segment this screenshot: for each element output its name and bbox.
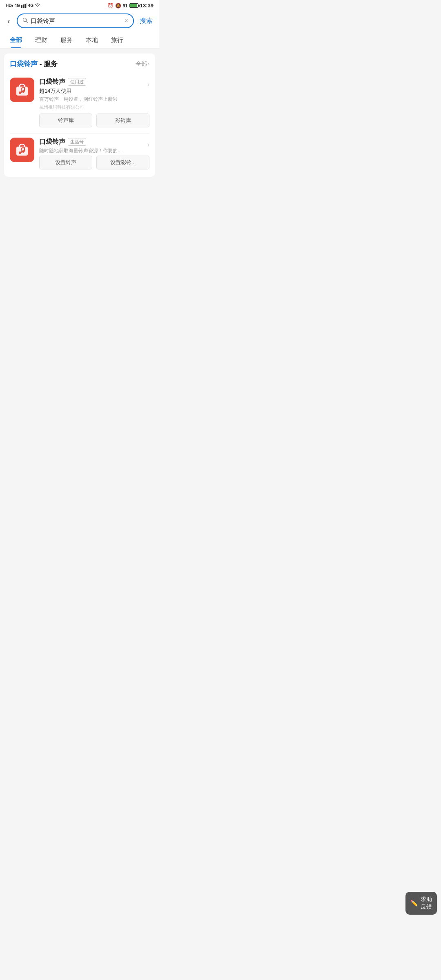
tab-local[interactable]: 本地 bbox=[79, 31, 105, 48]
svg-rect-2 bbox=[24, 4, 26, 8]
section-title-rest: - 服务 bbox=[38, 60, 58, 68]
svg-point-4 bbox=[23, 18, 26, 21]
status-bar: HD₂ 4G 4G ⏰ 🔕 91 13:39 bbox=[0, 0, 159, 10]
section-all-button[interactable]: 全部 › bbox=[136, 60, 149, 68]
main-content: 口袋铃声 - 服务 全部 › bbox=[0, 49, 159, 187]
app-item-1: 口袋铃声 使用过 超14万人使用 百万铃声一键设置，网红铃声上新啦 杭州祖玛科技… bbox=[10, 74, 149, 134]
app-name-2: 口袋铃声 bbox=[39, 138, 65, 146]
signal-4g-2: 4G bbox=[28, 3, 33, 8]
app-name-1: 口袋铃声 bbox=[39, 78, 65, 86]
svg-line-5 bbox=[26, 21, 28, 23]
tab-finance[interactable]: 理财 bbox=[29, 31, 54, 48]
svg-rect-3 bbox=[26, 3, 27, 8]
tab-all[interactable]: 全部 bbox=[3, 31, 29, 48]
all-label: 全部 bbox=[136, 60, 147, 68]
search-button[interactable]: 搜索 bbox=[138, 17, 154, 25]
signal-bars bbox=[21, 3, 27, 9]
svg-rect-0 bbox=[21, 5, 22, 8]
battery-level: 91 bbox=[123, 3, 128, 8]
app-icon-2[interactable] bbox=[10, 138, 34, 162]
app-desc-1: 百万铃声一键设置，网红铃声上新啦 bbox=[39, 96, 149, 103]
wifi-icon bbox=[35, 3, 40, 8]
section-header: 口袋铃声 - 服务 全部 › bbox=[10, 59, 149, 69]
action-btn-color-ring-1[interactable]: 彩铃库 bbox=[96, 114, 149, 127]
action-btn-ringtone-1[interactable]: 铃声库 bbox=[39, 114, 92, 127]
alarm-icon: ⏰ bbox=[107, 3, 114, 9]
app-badge-2: 生活号 bbox=[68, 138, 86, 146]
app-info-1: 口袋铃声 使用过 超14万人使用 百万铃声一键设置，网红铃声上新啦 杭州祖玛科技… bbox=[39, 78, 149, 127]
app-name-row-1: 口袋铃声 使用过 bbox=[39, 78, 149, 86]
clear-button[interactable]: × bbox=[125, 17, 128, 24]
signal-4g-1: 4G bbox=[14, 3, 20, 8]
app-actions-2: 设置铃声 设置彩铃... bbox=[39, 156, 149, 169]
chevron-right-icon: › bbox=[148, 61, 149, 67]
app-icon-1[interactable] bbox=[10, 78, 34, 102]
item-chevron-2: › bbox=[147, 141, 149, 148]
status-left-icons: HD₂ 4G 4G bbox=[6, 3, 40, 9]
search-input[interactable] bbox=[31, 18, 122, 24]
section-card: 口袋铃声 - 服务 全部 › bbox=[4, 53, 155, 177]
back-button[interactable]: ‹ bbox=[5, 15, 13, 27]
mute-icon: 🔕 bbox=[115, 3, 121, 9]
search-icon bbox=[22, 18, 28, 24]
tabs-row: 全部 理财 服务 本地 旅行 bbox=[0, 31, 159, 49]
hd-icon: HD₂ bbox=[6, 3, 13, 8]
tab-service[interactable]: 服务 bbox=[54, 31, 79, 48]
section-title-blue: 口袋铃声 bbox=[10, 60, 38, 68]
top-nav: ‹ × 搜索 bbox=[0, 10, 159, 31]
svg-rect-1 bbox=[23, 4, 24, 8]
section-title: 口袋铃声 - 服务 bbox=[10, 59, 58, 69]
tab-travel[interactable]: 旅行 bbox=[105, 31, 130, 48]
app-actions-1: 铃声库 彩铃库 bbox=[39, 114, 149, 127]
item-chevron-1: › bbox=[147, 81, 149, 88]
action-btn-ringtone-2[interactable]: 设置铃声 bbox=[39, 156, 92, 169]
app-desc-2: 随时随地获取海量铃声资源！你要的... bbox=[39, 147, 149, 154]
app-name-row-2: 口袋铃声 生活号 bbox=[39, 138, 149, 146]
battery-icon bbox=[129, 3, 138, 8]
app-item-2: 口袋铃声 生活号 随时随地获取海量铃声资源！你要的... 设置铃声 设置彩铃..… bbox=[10, 134, 149, 175]
search-bar: × bbox=[17, 13, 134, 28]
status-right-icons: ⏰ 🔕 91 13:39 bbox=[107, 2, 154, 9]
app-info-2: 口袋铃声 生活号 随时随地获取海量铃声资源！你要的... 设置铃声 设置彩铃..… bbox=[39, 138, 149, 169]
app-company-1: 杭州祖玛科技有限公司 bbox=[39, 104, 149, 110]
app-users-1: 超14万人使用 bbox=[39, 87, 149, 95]
action-btn-color-ring-2[interactable]: 设置彩铃... bbox=[96, 156, 149, 169]
app-badge-1: 使用过 bbox=[68, 78, 86, 86]
time: 13:39 bbox=[140, 2, 154, 9]
